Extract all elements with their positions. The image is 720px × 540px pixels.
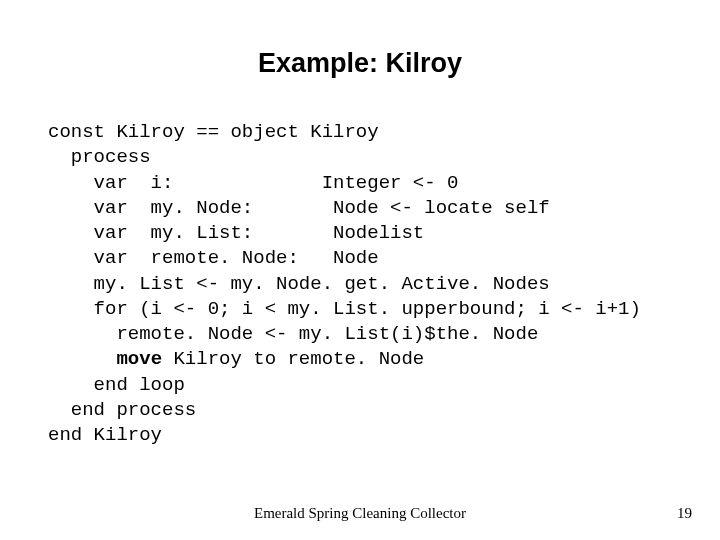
code-line: var remote. Node: Node bbox=[48, 247, 379, 269]
code-line: process bbox=[48, 146, 151, 168]
code-line: const Kilroy == object Kilroy bbox=[48, 121, 379, 143]
footer-text: Emerald Spring Cleaning Collector bbox=[0, 505, 720, 522]
code-line: end Kilroy bbox=[48, 424, 162, 446]
code-line: var i: Integer <- 0 bbox=[48, 172, 458, 194]
code-block: const Kilroy == object Kilroy process va… bbox=[48, 120, 641, 448]
code-line: var my. Node: Node <- locate self bbox=[48, 197, 550, 219]
code-line: end loop bbox=[48, 374, 185, 396]
code-line: end process bbox=[48, 399, 196, 421]
code-line: move Kilroy to remote. Node bbox=[48, 348, 424, 370]
code-line: my. List <- my. Node. get. Active. Nodes bbox=[48, 273, 550, 295]
code-line: for (i <- 0; i < my. List. upperbound; i… bbox=[48, 298, 641, 320]
slide-title: Example: Kilroy bbox=[0, 48, 720, 79]
code-line: var my. List: Nodelist bbox=[48, 222, 424, 244]
keyword-move: move bbox=[116, 348, 162, 370]
slide: Example: Kilroy const Kilroy == object K… bbox=[0, 0, 720, 540]
page-number: 19 bbox=[677, 505, 692, 522]
code-line: remote. Node <- my. List(i)$the. Node bbox=[48, 323, 538, 345]
